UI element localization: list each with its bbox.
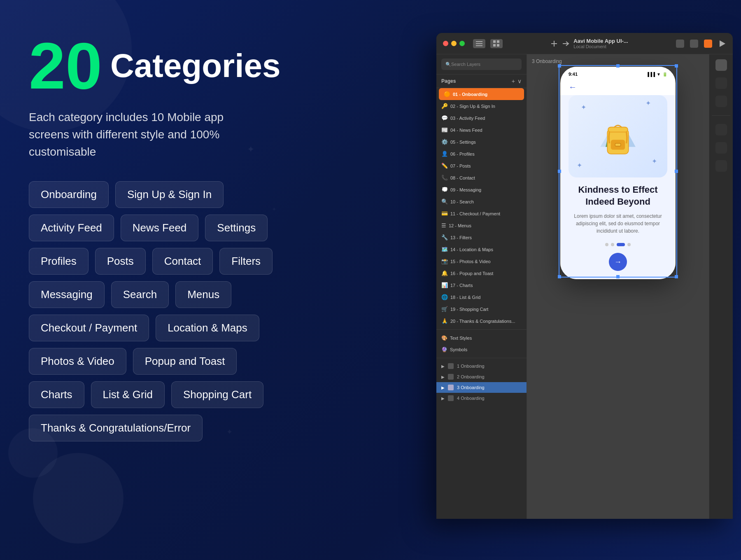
plus-icon[interactable]: [550, 40, 558, 47]
page-item-location[interactable]: 🗺️ 14 - Location & Maps: [436, 243, 527, 255]
tag-signup[interactable]: Sign Up & Sign In: [115, 181, 224, 208]
page-item-signup[interactable]: 🔑 02 - Sign Up & Sign In: [436, 100, 527, 112]
page-item-shopping[interactable]: 🛒 19 - Shopping Cart: [436, 303, 527, 315]
tag-posts[interactable]: Posts: [95, 248, 146, 275]
tags-row-2: Activity Feed News Feed Settings: [29, 215, 284, 241]
hero-number: 20: [29, 33, 102, 99]
search-layers-input[interactable]: 🔍 Search Layers: [441, 58, 522, 70]
tags-grid: Onboarding Sign Up & Sign In Activity Fe…: [29, 181, 284, 441]
tag-contact[interactable]: Contact: [152, 248, 213, 275]
tag-profiles[interactable]: Profiles: [29, 248, 89, 275]
tag-popup[interactable]: Popup and Toast: [133, 348, 237, 375]
play-icon[interactable]: [718, 40, 726, 48]
prototype-tab-icon[interactable]: [715, 77, 727, 89]
phone-illustration: ✦ ✦ ✦ ✦: [569, 95, 667, 177]
add-prop-icon[interactable]: [715, 160, 727, 172]
tags-row-7: Charts List & Grid Shopping Cart: [29, 381, 284, 408]
page-item-checkout[interactable]: 💳 11 - Checkout / Payment: [436, 208, 527, 219]
tag-charts[interactable]: Charts: [29, 381, 84, 408]
pages-header: Pages + ∨: [436, 75, 527, 88]
tag-photos[interactable]: Photos & Video: [29, 348, 126, 375]
tag-activity-feed[interactable]: Activity Feed: [29, 215, 114, 241]
tag-filters[interactable]: Filters: [219, 248, 273, 275]
page-item-search[interactable]: 🔍 10 - Search: [436, 196, 527, 208]
tags-row-1: Onboarding Sign Up & Sign In: [29, 181, 284, 208]
svg-rect-5: [493, 44, 496, 47]
page-item-messaging[interactable]: 💭 09 - Messaging: [436, 184, 527, 196]
grid-view-icon[interactable]: [490, 39, 503, 48]
tag-messaging[interactable]: Messaging: [29, 281, 105, 308]
left-panel: 20 Categories Each category includes 10 …: [29, 33, 284, 441]
phone-time: 9:41: [569, 72, 578, 77]
minimize-button[interactable]: [451, 41, 457, 46]
layer-2-onboarding[interactable]: ▶ 2 Onboarding: [436, 371, 527, 382]
page-item-charts[interactable]: 📊 17 - Charts: [436, 279, 527, 291]
page-item-newsfeed[interactable]: 📰 04 - News Feed: [436, 124, 527, 136]
share-icon[interactable]: [704, 40, 712, 48]
dot-4: [627, 243, 631, 246]
tag-menus[interactable]: Menus: [175, 281, 231, 308]
phone-status-bar: 9:41 ▐▐▐ ▼ 🔋: [560, 67, 676, 79]
pagination-dots: [569, 243, 667, 246]
phone-status-icons: ▐▐▐ ▼ 🔋: [646, 72, 667, 77]
selection-handle-br[interactable]: [675, 275, 678, 278]
page-item-thanks[interactable]: 🙏 20 - Thanks & Congratulations...: [436, 315, 527, 327]
tag-news-feed[interactable]: News Feed: [121, 215, 199, 241]
history-icon[interactable]: [690, 40, 698, 48]
svg-marker-10: [720, 40, 725, 47]
backpack-illustration: [593, 112, 643, 161]
tag-checkout[interactable]: Checkout / Payment: [29, 315, 149, 341]
svg-rect-6: [497, 44, 499, 47]
doc-type: Local Document: [573, 44, 628, 49]
tag-onboarding[interactable]: Onboarding: [29, 181, 109, 208]
selection-handle-tr[interactable]: [675, 64, 678, 68]
share-prop-icon[interactable]: [715, 124, 727, 135]
layer-4-onboarding[interactable]: ▶ 4 Onboarding: [436, 393, 527, 404]
figma-window: Aavi Mobile App UI-... Local Document 🔍: [436, 33, 733, 519]
properties-panel: [709, 54, 733, 519]
pages-label: Pages: [441, 78, 456, 84]
layer-3-onboarding[interactable]: ▶ 3 Onboarding: [436, 382, 527, 393]
page-item-settings[interactable]: ⚙️ 05 - Settings: [436, 136, 527, 148]
selection-handle-tl[interactable]: [558, 64, 561, 68]
pages-expand-button[interactable]: ∨: [517, 78, 522, 84]
close-button[interactable]: [443, 41, 448, 46]
page-item-profiles[interactable]: 👤 06 - Profiles: [436, 148, 527, 160]
page-item-list-grid[interactable]: 🌐 18 - List & Grid: [436, 291, 527, 303]
page-item-onboarding[interactable]: 🟠 01 - Onboarding: [439, 88, 524, 100]
image-prop-icon[interactable]: [715, 142, 727, 154]
page-item-popup[interactable]: 🔔 16 - Popup and Toast: [436, 267, 527, 279]
toolbar-right-icons: [676, 40, 726, 48]
add-page-button[interactable]: +: [512, 78, 515, 84]
page-item-photos[interactable]: 📸 15 - Photos & Video: [436, 255, 527, 267]
text-styles-item[interactable]: 🎨 Text Styles: [436, 332, 527, 344]
tag-list-grid[interactable]: List & Grid: [91, 381, 165, 408]
symbols-item[interactable]: 🔮 Symbols: [436, 344, 527, 355]
chat-icon[interactable]: [676, 40, 684, 48]
page-item-contact[interactable]: 📞 08 - Contact: [436, 172, 527, 184]
layer-1-onboarding[interactable]: ▶ 1 Onboarding: [436, 361, 527, 371]
fig-sidebar: 🔍 Search Layers Pages + ∨ 🟠 01 - Onb: [436, 54, 527, 519]
canvas-label: 3 Onboarding: [532, 58, 562, 64]
tag-settings[interactable]: Settings: [205, 215, 268, 241]
page-item-menus[interactable]: ☰ 12 - Menus: [436, 219, 527, 231]
tag-search[interactable]: Search: [111, 281, 169, 308]
page-item-activity[interactable]: 💬 03 - Activity Feed: [436, 112, 527, 124]
sparkle-icon-3: ✦: [577, 161, 582, 169]
maximize-button[interactable]: [459, 41, 465, 46]
design-tab-icon[interactable]: [715, 59, 727, 71]
app-title: Aavi Mobile App UI-...: [573, 38, 628, 44]
tag-shopping-cart[interactable]: Shopping Cart: [171, 381, 263, 408]
inspect-tab-icon[interactable]: [715, 96, 727, 107]
page-item-posts[interactable]: ✏️ 07 - Posts: [436, 160, 527, 172]
back-arrow-icon[interactable]: ←: [569, 82, 577, 92]
hero-title-row: 20 Categories: [29, 33, 284, 99]
next-button[interactable]: →: [609, 253, 627, 271]
sidebar-toggle-icon[interactable]: [473, 39, 485, 48]
dot-1: [605, 243, 608, 246]
selection-handle-bl[interactable]: [558, 275, 561, 278]
tag-thanks[interactable]: Thanks & Congratulations/Error: [29, 415, 203, 441]
page-item-filters[interactable]: 🔧 13 - Filters: [436, 231, 527, 243]
tag-location[interactable]: Location & Maps: [156, 315, 259, 341]
sidebar-divider: [436, 329, 527, 330]
